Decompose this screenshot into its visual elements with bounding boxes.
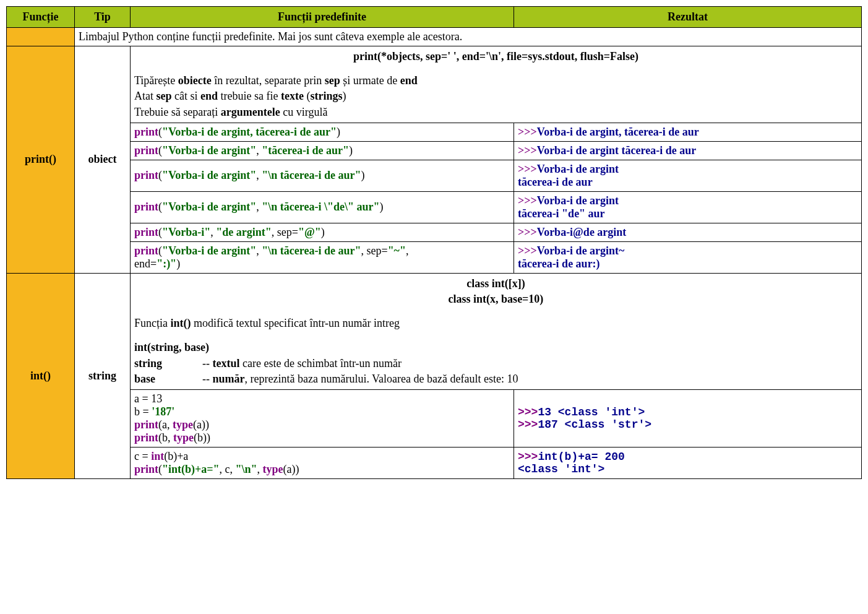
int-desc-row: int() string class int([x]) class int(x,… [7, 273, 862, 389]
int-example-2: c = int(b)+a print("int(b)+a=", c, "\n",… [7, 447, 862, 478]
print-ex1-result: >>>Vorba-i de argint, tăcerea-i de aur [514, 123, 862, 141]
int-ex2-result: >>>int(b)+a= 200 <class 'int'> [514, 447, 862, 478]
intro-yellow-cell [7, 28, 75, 46]
print-ex6-result: >>>Vorba-i de argint~ tăcerea-i de aur:) [514, 241, 862, 273]
header-row: Funcție Tip Funcții predefinite Rezultat [7, 7, 862, 28]
print-type: obiect [75, 46, 131, 274]
intro-text: Limbajul Python conține funcții predefin… [75, 28, 862, 46]
print-desc-row: print() obiect print(*objects, sep=' ', … [7, 46, 862, 123]
header-result: Rezultat [514, 7, 862, 28]
print-ex6-code: print("Vorba-i de argint", "\n tăcerea-i… [131, 241, 514, 273]
print-example-6: print("Vorba-i de argint", "\n tăcerea-i… [7, 241, 862, 273]
print-example-2: print("Vorba-i de argint", "tăcerea-i de… [7, 141, 862, 160]
print-ex4-code: print("Vorba-i de argint", "\n tăcerea-i… [131, 191, 514, 223]
int-description: class int([x]) class int(x, base=10) Fun… [131, 273, 862, 389]
print-ex4-result: >>>Vorba-i de argint tăcerea-i "de" aur [514, 191, 862, 223]
print-example-4: print("Vorba-i de argint", "\n tăcerea-i… [7, 191, 862, 223]
int-type: string [75, 273, 131, 478]
print-ex5-result: >>>Vorba-i@de argint [514, 223, 862, 241]
print-ex5-code: print("Vorba-i", "de argint", sep="@") [131, 223, 514, 241]
print-ex1-code: print("Vorba-i de argint, tăcerea-i de a… [131, 123, 514, 141]
print-example-5: print("Vorba-i", "de argint", sep="@") >… [7, 223, 862, 241]
print-example-1: print("Vorba-i de argint, tăcerea-i de a… [7, 123, 862, 141]
python-functions-table: Funcție Tip Funcții predefinite Rezultat… [6, 6, 862, 479]
int-ex1-code: a = 13 b = '187' print(a, type(a)) print… [131, 389, 514, 447]
intro-row: Limbajul Python conține funcții predefin… [7, 28, 862, 46]
header-function: Funcție [7, 7, 75, 28]
int-example-1: a = 13 b = '187' print(a, type(a)) print… [7, 389, 862, 447]
int-ex1-result: >>>13 <class 'int'> >>>187 <class 'str'> [514, 389, 862, 447]
header-predefined: Funcții predefinite [131, 7, 514, 28]
print-description: print(*objects, sep=' ', end='\n', file=… [131, 46, 862, 123]
int-ex2-code: c = int(b)+a print("int(b)+a=", c, "\n",… [131, 447, 514, 478]
int-func-name: int() [7, 273, 75, 478]
print-example-3: print("Vorba-i de argint", "\n tăcerea-i… [7, 160, 862, 191]
header-type: Tip [75, 7, 131, 28]
print-signature: print(*objects, sep=' ', end='\n', file=… [134, 49, 857, 64]
print-ex2-result: >>>Vorba-i de argint tăcerea-i de aur [514, 141, 862, 160]
int-sig2: class int(x, base=10) [134, 292, 857, 307]
print-ex3-result: >>>Vorba-i de argint tăcerea-i de aur [514, 160, 862, 191]
print-ex3-code: print("Vorba-i de argint", "\n tăcerea-i… [131, 160, 514, 191]
print-func-name: print() [7, 46, 75, 274]
print-ex2-code: print("Vorba-i de argint", "tăcerea-i de… [131, 141, 514, 160]
int-sig1: class int([x]) [134, 276, 857, 292]
